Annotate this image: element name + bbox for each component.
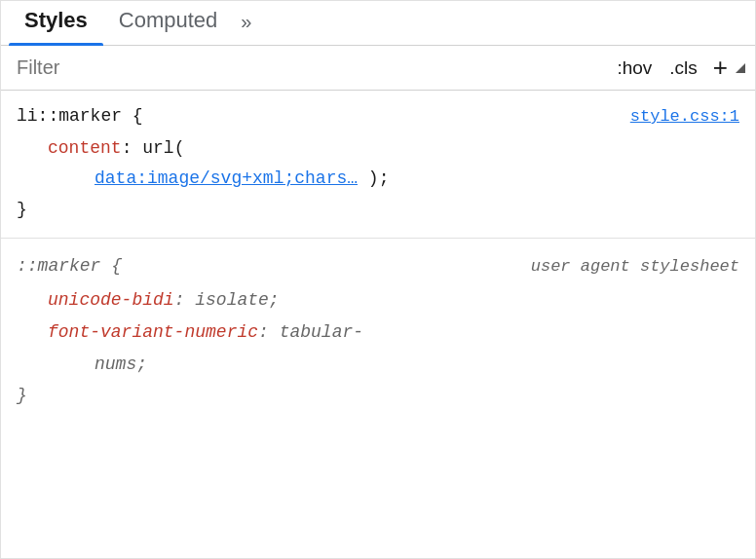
source-link[interactable]: style.css:1 bbox=[630, 103, 739, 130]
property-content-value: data:image/svg+xml;chars… ); bbox=[17, 165, 739, 193]
corner-indicator bbox=[736, 63, 745, 73]
ua-stylesheet-label: user agent stylesheet bbox=[531, 253, 739, 280]
ua-prop-value-font-variant-cont: nums; bbox=[94, 354, 147, 374]
filter-input[interactable] bbox=[5, 56, 609, 79]
plus-label: + bbox=[713, 53, 728, 82]
hov-button[interactable]: :hov bbox=[609, 54, 660, 83]
rule-close-brace: } bbox=[17, 196, 739, 224]
tab-computed[interactable]: Computed bbox=[103, 0, 234, 45]
tab-bar: Styles Computed » bbox=[1, 1, 755, 46]
cls-button[interactable]: .cls bbox=[662, 54, 705, 83]
devtools-panel: Styles Computed » :hov .cls + bbox=[0, 0, 756, 559]
ua-property-font-variant: font-variant-numeric: tabular- bbox=[17, 318, 739, 347]
prop-close-paren: ); bbox=[358, 168, 389, 188]
ua-prop-value-unicode-bidi: : isolate; bbox=[174, 290, 280, 310]
add-rule-button[interactable]: + bbox=[707, 51, 734, 85]
tab-more-label: » bbox=[241, 11, 251, 32]
hov-label: :hov bbox=[617, 57, 652, 78]
property-content: content: url( bbox=[17, 134, 739, 163]
ua-prop-name-font-variant: font-variant-numeric bbox=[48, 322, 258, 342]
ua-prop-name-unicode-bidi: unicode-bidi bbox=[48, 290, 174, 310]
rule-selector: li::marker { bbox=[17, 102, 143, 130]
filter-actions: :hov .cls + bbox=[609, 51, 751, 85]
cls-label: .cls bbox=[669, 57, 698, 78]
ua-rule-header: ::marker { user agent stylesheet bbox=[17, 252, 739, 280]
ua-property-font-variant-cont: nums; bbox=[17, 351, 739, 379]
tab-more[interactable]: » bbox=[233, 1, 259, 45]
tab-computed-label: Computed bbox=[119, 8, 218, 32]
rule-header: li::marker { style.css:1 bbox=[17, 102, 739, 130]
tab-styles-label: Styles bbox=[24, 8, 88, 32]
css-rule-li-marker: li::marker { style.css:1 content: url( d… bbox=[1, 91, 755, 239]
prop-colon: : url( bbox=[122, 138, 185, 158]
filter-bar: :hov .cls + bbox=[1, 46, 755, 91]
ua-rule-close-brace: } bbox=[17, 382, 739, 410]
css-rule-ua-marker: ::marker { user agent stylesheet unicode… bbox=[1, 239, 755, 424]
data-url-link[interactable]: data:image/svg+xml;chars… bbox=[94, 168, 358, 188]
ua-property-unicode-bidi: unicode-bidi: isolate; bbox=[17, 286, 739, 315]
ua-selector: ::marker { bbox=[17, 252, 122, 280]
ua-prop-value-font-variant: : tabular- bbox=[258, 322, 363, 342]
css-rules-area: li::marker { style.css:1 content: url( d… bbox=[1, 91, 755, 558]
prop-name-content: content bbox=[48, 138, 122, 158]
tab-styles[interactable]: Styles bbox=[9, 0, 103, 45]
